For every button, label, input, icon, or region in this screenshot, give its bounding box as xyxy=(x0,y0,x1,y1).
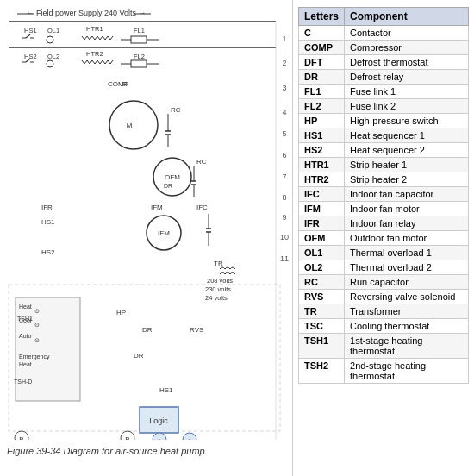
svg-text:2: 2 xyxy=(282,59,286,67)
diagram-side: ← Field power Supply 240 Volts → HS1 OL1… xyxy=(0,0,293,476)
legend-table: Letters Component CContactorCOMPCompress… xyxy=(298,7,469,384)
svg-text:DR: DR xyxy=(134,352,144,360)
legend-abbr: OFM xyxy=(299,231,345,246)
svg-text:DR: DR xyxy=(164,183,172,189)
col-component: Component xyxy=(345,8,469,26)
legend-row: CContactor xyxy=(299,26,469,41)
legend-desc: 1st-stage heating thermostat xyxy=(345,334,469,359)
svg-text:208 volts: 208 volts xyxy=(207,277,233,285)
svg-text:HS2: HS2 xyxy=(41,248,55,256)
legend-desc: High-pressure switch xyxy=(345,114,469,128)
svg-text:RC: RC xyxy=(171,106,181,114)
legend-row: HS2Heat sequencer 2 xyxy=(299,143,469,158)
legend-row: DFTDefrost thermostat xyxy=(299,55,469,70)
legend-abbr: HTR1 xyxy=(299,158,345,172)
legend-desc: Thermal overload 1 xyxy=(345,246,469,260)
svg-text:RVS: RVS xyxy=(190,326,203,334)
legend-row: IFRIndoor fan relay xyxy=(299,216,469,231)
svg-text:9: 9 xyxy=(282,213,286,222)
svg-text:B: B xyxy=(125,435,129,440)
legend-desc: Run capacitor xyxy=(345,275,469,290)
legend-desc: Cooling thermostat xyxy=(345,319,469,334)
legend-row: RCRun capacitor xyxy=(299,275,469,290)
svg-text:Logic: Logic xyxy=(149,416,168,425)
svg-line-15 xyxy=(26,34,30,38)
svg-text:8: 8 xyxy=(282,193,286,202)
legend-abbr: TSH2 xyxy=(299,359,345,384)
legend-desc: Indoor fan capacitor xyxy=(345,187,469,202)
svg-text:M: M xyxy=(127,122,133,129)
circuit-diagram: ← Field power Supply 240 Volts → HS1 OL1… xyxy=(0,0,293,440)
legend-desc: Reversing valve solenoid xyxy=(345,290,469,304)
svg-text:24 volts: 24 volts xyxy=(205,294,228,302)
main-container: ← Field power Supply 240 Volts → HS1 OL1… xyxy=(0,0,474,476)
svg-text:HS1: HS1 xyxy=(24,27,37,34)
legend-abbr: IFR xyxy=(299,216,345,231)
svg-text:⊕: ⊕ xyxy=(187,438,192,440)
svg-text:IFR: IFR xyxy=(41,204,53,211)
legend-abbr: HS2 xyxy=(299,143,345,158)
svg-text:HS1: HS1 xyxy=(159,386,173,394)
legend-row: RVSReversing valve solenoid xyxy=(299,290,469,304)
legend-row: OL1Thermal overload 1 xyxy=(299,246,469,260)
svg-text:Heat: Heat xyxy=(19,304,32,310)
svg-text:10: 10 xyxy=(280,233,289,241)
legend-abbr: DFT xyxy=(299,55,345,70)
legend-desc: Fuse link 1 xyxy=(345,85,469,99)
svg-point-23 xyxy=(47,60,53,67)
svg-rect-20 xyxy=(131,60,147,67)
legend-desc: Indoor fan relay xyxy=(345,216,469,231)
legend-row: HTR2Strip heater 2 xyxy=(299,172,469,187)
legend-row: TSCCooling thermostat xyxy=(299,319,469,334)
legend-desc: Fuse link 2 xyxy=(345,99,469,114)
svg-text:11: 11 xyxy=(280,254,289,263)
svg-text:7: 7 xyxy=(282,172,286,181)
svg-text:← Field power Supply 240 Volts: ← Field power Supply 240 Volts → xyxy=(26,9,146,17)
legend-abbr: TSH1 xyxy=(299,334,345,359)
legend-abbr: FL2 xyxy=(299,99,345,114)
legend-row: IFCIndoor fan capacitor xyxy=(299,187,469,202)
legend-abbr: RC xyxy=(299,275,345,290)
legend-abbr: HS1 xyxy=(299,128,345,143)
legend-abbr: HP xyxy=(299,114,345,128)
svg-text:IFM: IFM xyxy=(158,229,170,237)
legend-row: IFMIndoor fan motor xyxy=(299,202,469,216)
svg-text:HP: HP xyxy=(116,309,126,316)
legend-desc: Outdoor fan motor xyxy=(345,231,469,246)
svg-text:5: 5 xyxy=(282,129,286,138)
svg-rect-9 xyxy=(131,36,147,43)
legend-abbr: FL1 xyxy=(299,85,345,99)
svg-text:TR: TR xyxy=(214,260,223,267)
svg-text:IFM: IFM xyxy=(151,204,163,211)
legend-abbr: OL2 xyxy=(299,260,345,275)
svg-text:FL2: FL2 xyxy=(134,53,145,60)
legend-row: FL2Fuse link 2 xyxy=(299,99,469,114)
svg-text:OL2: OL2 xyxy=(47,53,59,60)
legend-row: HPHigh-pressure switch xyxy=(299,114,469,128)
svg-text:FL1: FL1 xyxy=(134,27,145,34)
svg-text:OL1: OL1 xyxy=(47,27,59,34)
legend-desc: Defrost thermostat xyxy=(345,55,469,70)
legend-desc: 2nd-stage heating thermostat xyxy=(345,359,469,384)
legend-row: COMPCompressor xyxy=(299,41,469,55)
svg-text:DR: DR xyxy=(142,326,153,334)
legend-abbr: OL1 xyxy=(299,246,345,260)
legend-abbr: C xyxy=(299,26,345,41)
legend-row: OFMOutdoor fan motor xyxy=(299,231,469,246)
svg-text:RC: RC xyxy=(196,158,207,166)
svg-text:4: 4 xyxy=(282,108,286,116)
legend-desc: Strip heater 2 xyxy=(345,172,469,187)
svg-text:⊙: ⊙ xyxy=(34,337,40,343)
legend-desc: Defrost relay xyxy=(345,70,469,85)
legend-desc: Thermal overload 2 xyxy=(345,260,469,275)
svg-text:3: 3 xyxy=(282,84,286,92)
legend-abbr: DR xyxy=(299,70,345,85)
legend-side: Letters Component CContactorCOMPCompress… xyxy=(293,0,474,476)
legend-desc: Indoor fan motor xyxy=(345,202,469,216)
svg-text:HTR1: HTR1 xyxy=(86,25,103,33)
legend-row: TRTransformer xyxy=(299,304,469,319)
legend-abbr: IFM xyxy=(299,202,345,216)
legend-row: OL2Thermal overload 2 xyxy=(299,260,469,275)
legend-desc: Heat sequencer 1 xyxy=(345,128,469,143)
legend-abbr: HTR2 xyxy=(299,172,345,187)
